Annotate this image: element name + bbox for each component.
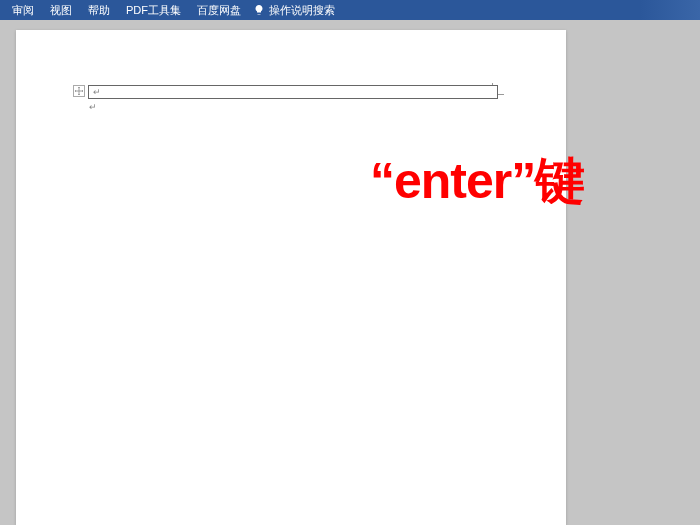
table-move-handle-icon[interactable] xyxy=(73,85,85,97)
paragraph-mark-icon: ↵ xyxy=(89,102,97,112)
annotation-overlay-text: “enter”键 xyxy=(370,148,584,215)
menu-review[interactable]: 审阅 xyxy=(4,3,42,18)
lightbulb-icon xyxy=(253,4,265,16)
menu-pdf-tools[interactable]: PDF工具集 xyxy=(118,3,189,18)
document-page[interactable]: ↵ ↵ xyxy=(16,30,566,525)
table-container: ↵ ↵ xyxy=(88,85,498,99)
paragraph-mark-icon: ↵ xyxy=(93,87,101,97)
menu-baidu-disk[interactable]: 百度网盘 xyxy=(189,3,249,18)
menu-help[interactable]: 帮助 xyxy=(80,3,118,18)
ribbon-right-area xyxy=(640,0,700,20)
document-workspace: ↵ ↵ xyxy=(0,20,700,525)
menu-view[interactable]: 视图 xyxy=(42,3,80,18)
menu-bar: 审阅 视图 帮助 PDF工具集 百度网盘 操作说明搜索 xyxy=(0,0,700,20)
tell-me-search[interactable]: 操作说明搜索 xyxy=(265,3,335,18)
table-cell[interactable]: ↵ ↵ xyxy=(88,85,498,99)
